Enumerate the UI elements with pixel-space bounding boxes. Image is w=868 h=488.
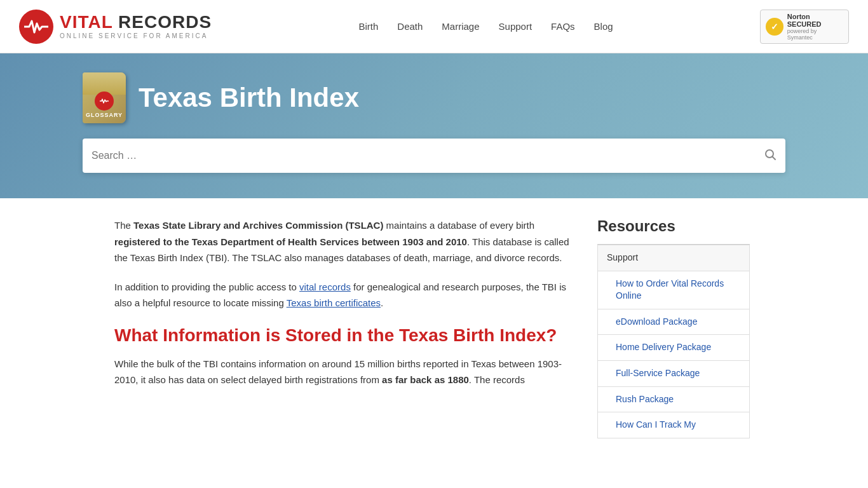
logo-area: VITAL RECORDS ONLINE SERVICE FOR AMERICA	[19, 10, 212, 44]
search-bar	[83, 139, 785, 173]
intro1-bold2: registered to the Texas Department of He…	[114, 236, 467, 247]
glossary-book-icon: GLOSSARY	[83, 72, 126, 123]
sidebar-item-rush: Rush Package	[598, 387, 749, 413]
search-icon	[764, 148, 776, 161]
intro1-pre: The	[114, 220, 133, 231]
heartbeat-svg	[99, 96, 109, 106]
section-paragraph: While the bulk of the TBI contains infor…	[114, 356, 572, 388]
search-button[interactable]	[764, 148, 776, 164]
logo-subtitle: ONLINE SERVICE FOR AMERICA	[60, 32, 212, 39]
sidebar-item-track: How Can I Track My	[598, 412, 749, 438]
book-label: GLOSSARY	[86, 112, 123, 118]
section-bold: as far back as 1880	[382, 374, 469, 385]
norton-text: Norton SECURED powered by Symantec	[787, 13, 843, 41]
intro2-post: .	[381, 297, 383, 308]
sidebar-list: Support How to Order Vital Records Onlin…	[597, 245, 750, 438]
hero-title-row: GLOSSARY Texas Birth Index	[19, 72, 359, 123]
norton-checkmark-icon: ✓	[766, 18, 783, 36]
intro-paragraph-2: In addition to providing the public acce…	[114, 279, 572, 311]
intro1-bold: Texas State Library and Archives Commiss…	[133, 220, 383, 231]
nav-death[interactable]: Death	[397, 21, 423, 32]
site-header: VITAL RECORDS ONLINE SERVICE FOR AMERICA…	[0, 0, 868, 53]
nav-blog[interactable]: Blog	[594, 21, 613, 32]
sidebar-link-home-delivery[interactable]: Home Delivery Package	[598, 335, 749, 360]
intro1-post: maintains a database of every birth	[383, 220, 534, 231]
nav-support[interactable]: Support	[499, 21, 532, 32]
sidebar-link-track[interactable]: How Can I Track My	[598, 412, 749, 438]
intro-paragraph-1: The Texas State Library and Archives Com…	[114, 217, 572, 266]
norton-badge: ✓ Norton SECURED powered by Symantec	[760, 10, 849, 44]
heartbeat-book-icon	[95, 92, 114, 111]
sidebar-link-rush[interactable]: Rush Package	[598, 387, 749, 412]
sidebar-item-how-to-order: How to Order Vital Records Online	[598, 271, 749, 309]
norton-secured-label: Norton	[787, 13, 843, 20]
logo-records: RECORDS	[118, 12, 212, 32]
sidebar: Resources Support How to Order Vital Rec…	[597, 217, 750, 438]
svg-line-2	[773, 156, 776, 159]
logo-text: VITAL RECORDS ONLINE SERVICE FOR AMERICA	[60, 13, 212, 39]
nav-faqs[interactable]: FAQs	[551, 21, 575, 32]
sidebar-item-edownload: eDownload Package	[598, 309, 749, 336]
article: The Texas State Library and Archives Com…	[114, 217, 572, 438]
section-post: . The records	[469, 374, 525, 385]
section-title: What Information is Stored in the Texas …	[114, 324, 572, 347]
norton-secured-label2: SECURED	[787, 20, 843, 28]
sidebar-link-support[interactable]: Support	[598, 245, 749, 271]
hero-section: GLOSSARY Texas Birth Index	[0, 53, 868, 198]
texas-birth-cert-link[interactable]: Texas birth certificates	[287, 297, 381, 308]
sidebar-link-how-to-order[interactable]: How to Order Vital Records Online	[598, 271, 749, 309]
sidebar-title: Resources	[597, 217, 750, 235]
logo-title: VITAL RECORDS	[60, 13, 212, 31]
sidebar-item-home-delivery: Home Delivery Package	[598, 335, 749, 361]
intro2-pre: In addition to providing the public acce…	[114, 281, 299, 292]
logo-vital: VITAL	[60, 12, 112, 32]
vital-records-link[interactable]: vital records	[299, 281, 351, 292]
nav-marriage[interactable]: Marriage	[442, 21, 479, 32]
sidebar-link-full-service[interactable]: Full-Service Package	[598, 361, 749, 386]
nav-birth[interactable]: Birth	[358, 21, 378, 32]
search-input[interactable]	[92, 150, 764, 161]
main-content: The Texas State Library and Archives Com…	[0, 198, 868, 458]
sidebar-link-edownload[interactable]: eDownload Package	[598, 309, 749, 335]
page-title: Texas Birth Index	[139, 83, 359, 113]
main-nav: Birth Death Marriage Support FAQs Blog	[212, 21, 760, 32]
sidebar-item-full-service: Full-Service Package	[598, 361, 749, 387]
logo-icon	[19, 10, 53, 44]
norton-symantec-label: powered by Symantec	[787, 28, 843, 41]
sidebar-item-support: Support	[598, 245, 749, 271]
